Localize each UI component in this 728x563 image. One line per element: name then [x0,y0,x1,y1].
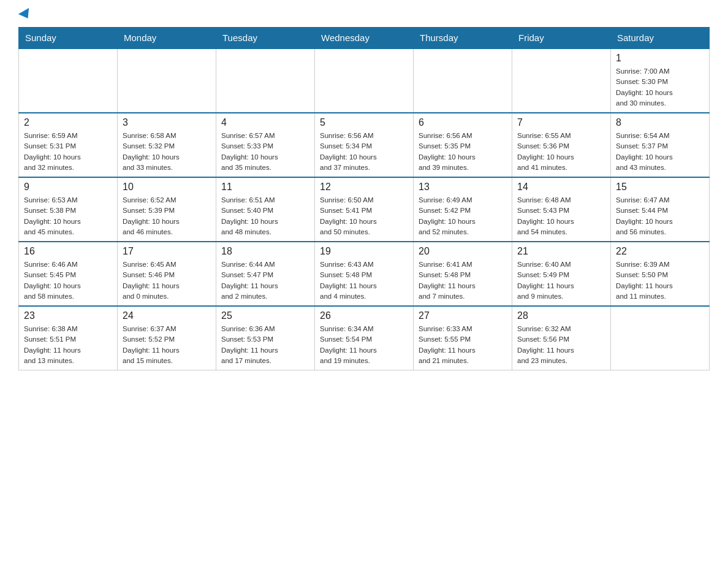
table-row: 18Sunrise: 6:44 AMSunset: 5:47 PMDayligh… [216,242,315,306]
day-number: 10 [123,182,211,193]
calendar-table: Sunday Monday Tuesday Wednesday Thursday… [18,27,710,370]
day-info: Sunrise: 6:57 AMSunset: 5:33 PMDaylight:… [221,131,309,173]
day-info: Sunrise: 6:41 AMSunset: 5:48 PMDaylight:… [419,259,507,302]
day-number: 8 [616,117,704,128]
day-number: 23 [24,310,112,321]
table-row: 3Sunrise: 6:58 AMSunset: 5:32 PMDaylight… [118,113,216,177]
day-number: 4 [221,117,309,128]
table-row: 19Sunrise: 6:43 AMSunset: 5:48 PMDayligh… [315,242,414,306]
table-row: 12Sunrise: 6:50 AMSunset: 5:41 PMDayligh… [315,177,414,242]
col-thursday: Thursday [414,28,512,49]
table-row: 28Sunrise: 6:32 AMSunset: 5:56 PMDayligh… [512,306,611,370]
table-row [19,48,118,113]
day-info: Sunrise: 6:39 AMSunset: 5:50 PMDaylight:… [616,259,704,302]
table-row: 17Sunrise: 6:45 AMSunset: 5:46 PMDayligh… [118,242,216,306]
col-wednesday: Wednesday [315,28,414,49]
calendar-week-row: 23Sunrise: 6:38 AMSunset: 5:51 PMDayligh… [19,306,710,370]
day-info: Sunrise: 6:47 AMSunset: 5:44 PMDaylight:… [616,195,704,237]
day-number: 1 [616,53,704,64]
table-row: 16Sunrise: 6:46 AMSunset: 5:45 PMDayligh… [19,242,118,306]
day-number: 16 [24,246,112,257]
day-info: Sunrise: 6:38 AMSunset: 5:51 PMDaylight:… [24,324,112,366]
day-number: 21 [517,246,605,257]
table-row [118,48,216,113]
table-row: 1Sunrise: 7:00 AMSunset: 5:30 PMDaylight… [611,48,710,113]
day-info: Sunrise: 6:55 AMSunset: 5:36 PMDaylight:… [517,131,605,173]
table-row: 11Sunrise: 6:51 AMSunset: 5:40 PMDayligh… [216,177,315,242]
table-row: 6Sunrise: 6:56 AMSunset: 5:35 PMDaylight… [414,113,512,177]
table-row: 15Sunrise: 6:47 AMSunset: 5:44 PMDayligh… [611,177,710,242]
day-number: 2 [24,117,112,128]
calendar-week-row: 2Sunrise: 6:59 AMSunset: 5:31 PMDaylight… [19,113,710,177]
day-number: 28 [517,310,605,321]
day-info: Sunrise: 6:36 AMSunset: 5:53 PMDaylight:… [221,324,309,366]
table-row [414,48,512,113]
col-friday: Friday [512,28,611,49]
col-saturday: Saturday [611,28,710,49]
table-row: 26Sunrise: 6:34 AMSunset: 5:54 PMDayligh… [315,306,414,370]
day-info: Sunrise: 6:54 AMSunset: 5:37 PMDaylight:… [616,131,704,173]
day-number: 27 [419,310,507,321]
day-info: Sunrise: 6:43 AMSunset: 5:48 PMDaylight:… [320,259,408,302]
col-tuesday: Tuesday [216,28,315,49]
day-info: Sunrise: 6:58 AMSunset: 5:32 PMDaylight:… [123,131,211,173]
day-info: Sunrise: 6:52 AMSunset: 5:39 PMDaylight:… [123,195,211,237]
table-row: 21Sunrise: 6:40 AMSunset: 5:49 PMDayligh… [512,242,611,306]
table-row: 25Sunrise: 6:36 AMSunset: 5:53 PMDayligh… [216,306,315,370]
day-number: 15 [616,182,704,193]
day-info: Sunrise: 6:37 AMSunset: 5:52 PMDaylight:… [123,324,211,366]
day-number: 7 [517,117,605,128]
day-info: Sunrise: 6:45 AMSunset: 5:46 PMDaylight:… [123,259,211,302]
table-row: 2Sunrise: 6:59 AMSunset: 5:31 PMDaylight… [19,113,118,177]
day-number: 9 [24,182,112,193]
day-info: Sunrise: 6:56 AMSunset: 5:35 PMDaylight:… [419,131,507,173]
day-info: Sunrise: 6:40 AMSunset: 5:49 PMDaylight:… [517,259,605,302]
day-info: Sunrise: 6:33 AMSunset: 5:55 PMDaylight:… [419,324,507,366]
day-info: Sunrise: 6:34 AMSunset: 5:54 PMDaylight:… [320,324,408,366]
day-number: 14 [517,182,605,193]
day-number: 22 [616,246,704,257]
table-row: 9Sunrise: 6:53 AMSunset: 5:38 PMDaylight… [19,177,118,242]
page-header [18,12,710,21]
day-number: 18 [221,246,309,257]
table-row: 7Sunrise: 6:55 AMSunset: 5:36 PMDaylight… [512,113,611,177]
col-monday: Monday [118,28,216,49]
day-number: 20 [419,246,507,257]
day-info: Sunrise: 7:00 AMSunset: 5:30 PMDaylight:… [616,66,704,109]
day-number: 24 [123,310,211,321]
table-row: 10Sunrise: 6:52 AMSunset: 5:39 PMDayligh… [118,177,216,242]
day-info: Sunrise: 6:56 AMSunset: 5:34 PMDaylight:… [320,131,408,173]
table-row: 4Sunrise: 6:57 AMSunset: 5:33 PMDaylight… [216,113,315,177]
col-sunday: Sunday [19,28,118,49]
table-row: 14Sunrise: 6:48 AMSunset: 5:43 PMDayligh… [512,177,611,242]
day-number: 3 [123,117,211,128]
day-number: 19 [320,246,408,257]
day-info: Sunrise: 6:32 AMSunset: 5:56 PMDaylight:… [517,324,605,366]
day-number: 26 [320,310,408,321]
table-row: 13Sunrise: 6:49 AMSunset: 5:42 PMDayligh… [414,177,512,242]
day-number: 17 [123,246,211,257]
table-row [611,306,710,370]
day-info: Sunrise: 6:50 AMSunset: 5:41 PMDaylight:… [320,195,408,237]
day-info: Sunrise: 6:46 AMSunset: 5:45 PMDaylight:… [24,259,112,302]
day-number: 12 [320,182,408,193]
calendar-week-row: 1Sunrise: 7:00 AMSunset: 5:30 PMDaylight… [19,48,710,113]
day-info: Sunrise: 6:59 AMSunset: 5:31 PMDaylight:… [24,131,112,173]
day-number: 5 [320,117,408,128]
day-number: 25 [221,310,309,321]
table-row: 23Sunrise: 6:38 AMSunset: 5:51 PMDayligh… [19,306,118,370]
calendar-header-row: Sunday Monday Tuesday Wednesday Thursday… [19,28,710,49]
table-row: 24Sunrise: 6:37 AMSunset: 5:52 PMDayligh… [118,306,216,370]
calendar-week-row: 16Sunrise: 6:46 AMSunset: 5:45 PMDayligh… [19,242,710,306]
table-row: 20Sunrise: 6:41 AMSunset: 5:48 PMDayligh… [414,242,512,306]
day-info: Sunrise: 6:53 AMSunset: 5:38 PMDaylight:… [24,195,112,237]
table-row [216,48,315,113]
logo [18,12,32,21]
table-row [512,48,611,113]
day-info: Sunrise: 6:48 AMSunset: 5:43 PMDaylight:… [517,195,605,237]
day-info: Sunrise: 6:44 AMSunset: 5:47 PMDaylight:… [221,259,309,302]
table-row: 22Sunrise: 6:39 AMSunset: 5:50 PMDayligh… [611,242,710,306]
table-row: 5Sunrise: 6:56 AMSunset: 5:34 PMDaylight… [315,113,414,177]
table-row: 8Sunrise: 6:54 AMSunset: 5:37 PMDaylight… [611,113,710,177]
day-info: Sunrise: 6:49 AMSunset: 5:42 PMDaylight:… [419,195,507,237]
